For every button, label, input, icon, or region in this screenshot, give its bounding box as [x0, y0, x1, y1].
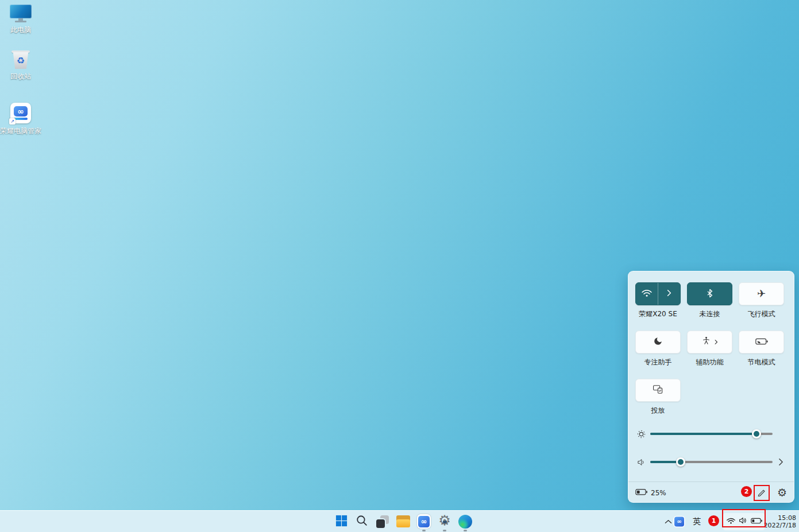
brightness-icon	[635, 429, 647, 440]
desktop-icon-recycle-bin[interactable]: ♻ 回收站	[0, 51, 41, 81]
battery-icon	[635, 488, 647, 498]
edge-button[interactable]	[458, 514, 472, 529]
file-explorer-button[interactable]	[396, 514, 410, 529]
battery-icon	[751, 517, 762, 526]
running-indicator	[422, 530, 426, 531]
settings-button[interactable]: ⚙	[438, 514, 451, 529]
infinity-glyph: ∞	[17, 107, 24, 115]
volume-slider-row	[635, 456, 783, 468]
hidden-icons-button[interactable]	[662, 515, 674, 529]
annotation-step-2-badge: 2	[741, 486, 752, 497]
edge-icon	[458, 515, 472, 529]
chevron-right-icon	[715, 338, 718, 347]
airplane-mode-tile[interactable]: ✈	[739, 282, 784, 305]
bluetooth-icon	[707, 289, 713, 300]
focus-assist-tile-label: 专注助手	[644, 358, 672, 367]
honor-infinity-icon: ∞	[417, 514, 431, 529]
date-label: 2022/7/18	[764, 522, 796, 530]
accessibility-icon	[701, 336, 711, 348]
windows-logo-icon	[335, 514, 348, 529]
brightness-slider[interactable]	[650, 433, 773, 435]
speaker-icon	[739, 517, 748, 526]
taskbar-center-buttons: ∞ ⚙	[334, 514, 472, 529]
task-view-icon	[376, 515, 389, 529]
chevron-right-icon	[667, 289, 671, 298]
recycle-bin-icon: ♻	[12, 51, 29, 69]
ime-language-button[interactable]: 英	[689, 515, 704, 529]
ime-label: 英	[693, 517, 701, 527]
battery-percent-label: 25%	[651, 489, 666, 497]
volume-slider-thumb[interactable]	[676, 457, 685, 467]
chevron-up-icon	[665, 517, 672, 526]
wifi-expand-button[interactable]	[658, 283, 680, 305]
desktop-icon-label: 回收站	[10, 72, 31, 81]
volume-output-expand-button[interactable]	[778, 458, 783, 466]
edit-quick-settings-button[interactable]	[757, 488, 766, 498]
volume-slider[interactable]	[650, 461, 773, 463]
cast-tile-label: 投放	[651, 406, 665, 415]
honor-pc-manager-icon: ∞ ↗	[10, 103, 31, 123]
bluetooth-tile-label: 未连接	[700, 309, 720, 319]
accessibility-tile[interactable]	[687, 331, 732, 354]
time-label: 15:08	[764, 514, 796, 522]
desktop-icon-label: 此电脑	[10, 25, 31, 35]
quick-settings-grid: 荣耀X20 SE 未连接 ✈ 飞行模式	[635, 282, 784, 415]
battery-saver-tile[interactable]	[739, 331, 784, 354]
folder-icon	[396, 515, 410, 527]
annotation-step-1-badge: 1	[708, 515, 719, 526]
wifi-icon	[641, 288, 653, 300]
airplane-mode-tile-label: 飞行模式	[748, 309, 775, 319]
quick-settings-panel: 荣耀X20 SE 未连接 ✈ 飞行模式	[628, 271, 794, 503]
start-button[interactable]	[334, 514, 348, 529]
brightness-slider-row	[635, 428, 773, 440]
pencil-icon	[757, 490, 766, 498]
clock[interactable]: 15:08 2022/7/18	[764, 514, 796, 529]
search-icon	[356, 514, 368, 529]
wifi-tile-label: 荣耀X20 SE	[639, 309, 677, 319]
open-settings-button[interactable]: ⚙	[777, 487, 787, 498]
this-pc-icon	[10, 5, 32, 22]
running-indicator	[464, 530, 467, 531]
focus-assist-tile[interactable]	[635, 331, 681, 354]
wifi-toggle-button[interactable]	[636, 283, 658, 305]
wifi-icon	[726, 517, 736, 526]
wifi-tile	[635, 282, 681, 305]
battery-status-button[interactable]: 25%	[635, 488, 666, 498]
bluetooth-tile[interactable]	[687, 282, 732, 305]
honor-infinity-icon: ∞	[674, 517, 684, 526]
taskbar: ∞ ⚙ ∞ 英	[0, 510, 799, 532]
desktop-icon-honor-pc-manager[interactable]: ∞ ↗ 荣耀电脑管家	[0, 103, 41, 136]
system-tray-quick-settings-button[interactable]	[723, 513, 765, 530]
airplane-icon: ✈	[757, 289, 766, 299]
search-button[interactable]	[355, 514, 369, 529]
brightness-slider-thumb[interactable]	[752, 429, 761, 438]
shortcut-arrow-icon: ↗	[9, 118, 16, 125]
annotation-rect-edit-button	[754, 485, 770, 501]
moon-icon	[653, 336, 663, 348]
desktop-icon-label: 荣耀电脑管家	[0, 126, 41, 136]
quick-settings-footer: 25% ⚙	[628, 481, 794, 503]
desktop-icon-this-pc[interactable]: 此电脑	[0, 5, 41, 35]
battery-leaf-icon	[755, 337, 768, 347]
running-indicator	[443, 530, 446, 531]
cast-tile[interactable]	[635, 379, 681, 402]
task-view-button[interactable]	[376, 514, 389, 529]
gear-icon: ⚙	[777, 486, 787, 499]
battery-saver-tile-label: 节电模式	[748, 358, 775, 367]
tray-honor-pc-manager-button[interactable]: ∞	[674, 517, 684, 526]
speaker-icon	[635, 458, 647, 467]
recycle-glyph: ♻	[17, 56, 25, 65]
gear-icon: ⚙	[438, 515, 451, 529]
accessibility-tile-label: 辅助功能	[696, 358, 724, 367]
honor-pc-manager-button[interactable]: ∞	[417, 514, 431, 529]
cast-icon	[653, 384, 663, 397]
